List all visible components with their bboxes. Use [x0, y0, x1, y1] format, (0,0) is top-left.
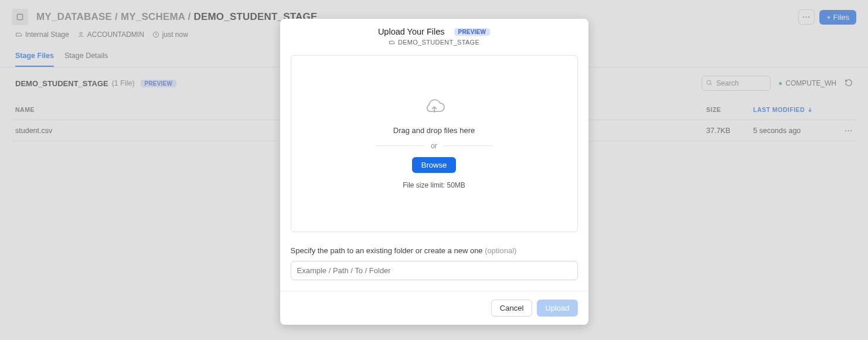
drag-text: Drag and drop files here: [393, 126, 475, 135]
modal-title: Upload Your Files: [378, 27, 445, 36]
modal-preview-badge: PREVIEW: [454, 28, 491, 36]
cloud-upload-icon: [423, 98, 446, 118]
modal-stage-label: DEMO_STUDENT_STAGE: [291, 39, 578, 46]
upload-button[interactable]: Upload: [537, 300, 577, 317]
path-optional-text: (optional): [485, 246, 516, 255]
stage-icon: [389, 39, 395, 46]
file-limit-text: File size limit: 50MB: [403, 181, 465, 189]
cancel-button[interactable]: Cancel: [491, 300, 532, 317]
or-divider: or: [370, 142, 499, 150]
path-label: Specify the path to an existing folder o…: [291, 246, 483, 255]
drop-zone[interactable]: Drag and drop files here or Browse File …: [291, 55, 578, 232]
browse-button[interactable]: Browse: [412, 157, 456, 173]
path-input[interactable]: [291, 261, 578, 280]
upload-modal: Upload Your Files PREVIEW DEMO_STUDENT_S…: [280, 19, 588, 325]
